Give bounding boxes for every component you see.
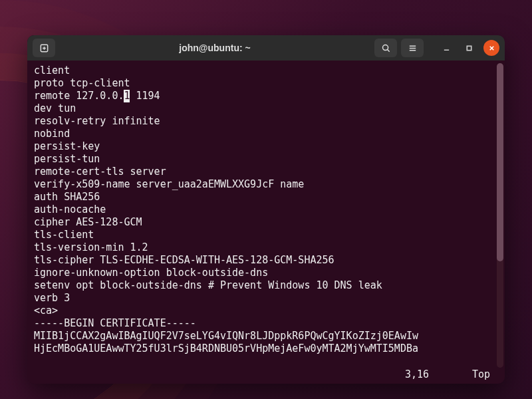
editor-line[interactable]: nobind: [34, 128, 502, 140]
editor-line[interactable]: verb 3: [34, 292, 502, 305]
editor-line[interactable]: remote-cert-tls server: [34, 166, 502, 178]
editor-line[interactable]: auth-nocache: [34, 203, 502, 216]
editor-line[interactable]: auth SHA256: [34, 191, 502, 203]
svg-rect-9: [467, 46, 471, 50]
maximize-icon: [466, 45, 473, 52]
search-button[interactable]: [374, 39, 397, 57]
editor-scroll-indicator: Top: [472, 368, 490, 380]
hamburger-icon: [408, 43, 418, 53]
editor-line[interactable]: -----BEGIN CERTIFICATE-----: [34, 317, 502, 330]
editor-line[interactable]: verify-x509-name server_uaa2aEMWLXXG9JcF…: [34, 178, 502, 191]
terminal-window: john@ubuntu: ~ clientproto tcp-clientrem…: [27, 35, 505, 384]
editor-line[interactable]: resolv-retry infinite: [34, 115, 502, 128]
maximize-button[interactable]: [461, 40, 477, 56]
editor-line[interactable]: proto tcp-client: [34, 77, 502, 90]
svg-point-3: [382, 45, 388, 50]
titlebar: john@ubuntu: ~: [27, 35, 505, 61]
window-title: john@ubuntu: ~: [59, 43, 370, 53]
editor-content[interactable]: clientproto tcp-clientremote 127.0.0.1 1…: [34, 65, 502, 368]
svg-line-4: [387, 49, 389, 51]
editor-line[interactable]: tls-client: [34, 229, 502, 241]
editor-line[interactable]: persist-tun: [34, 153, 502, 166]
minimize-icon: [443, 45, 450, 52]
close-icon: [488, 45, 495, 52]
terminal-area[interactable]: clientproto tcp-clientremote 127.0.0.1 1…: [27, 61, 505, 384]
editor-line[interactable]: tls-cipher TLS-ECDHE-ECDSA-WITH-AES-128-…: [34, 254, 502, 267]
minimize-button[interactable]: [438, 40, 454, 56]
editor-status-line: 3,16 Top: [34, 368, 502, 381]
editor-line[interactable]: setenv opt block-outside-dns # Prevent W…: [34, 279, 502, 292]
new-tab-icon: [39, 43, 49, 53]
search-icon: [381, 43, 391, 53]
editor-line[interactable]: ignore-unknown-option block-outside-dns: [34, 267, 502, 279]
editor-line[interactable]: remote 127.0.0.1 1194: [34, 90, 502, 102]
editor-line[interactable]: client: [34, 65, 502, 77]
editor-cursor-position: 3,16: [405, 368, 429, 381]
close-button[interactable]: [483, 40, 499, 56]
editor-line[interactable]: dev tun: [34, 102, 502, 115]
editor-line[interactable]: persist-key: [34, 140, 502, 153]
new-tab-button[interactable]: [33, 39, 55, 57]
editor-line[interactable]: cipher AES-128-GCM: [34, 216, 502, 229]
editor-line[interactable]: MIIB1jCCAX2gAwIBAgIUQF2V7seLYG4vIQNr8LJD…: [34, 330, 502, 342]
editor-line[interactable]: <ca>: [34, 305, 502, 317]
scrollbar[interactable]: [497, 63, 503, 368]
editor-line[interactable]: tls-version-min 1.2: [34, 241, 502, 254]
editor-line[interactable]: HjEcMBoGA1UEAwwTY25fU3lrSjB4RDNBU05rVHpM…: [34, 342, 502, 355]
menu-button[interactable]: [401, 39, 424, 57]
scrollbar-thumb[interactable]: [497, 63, 503, 261]
